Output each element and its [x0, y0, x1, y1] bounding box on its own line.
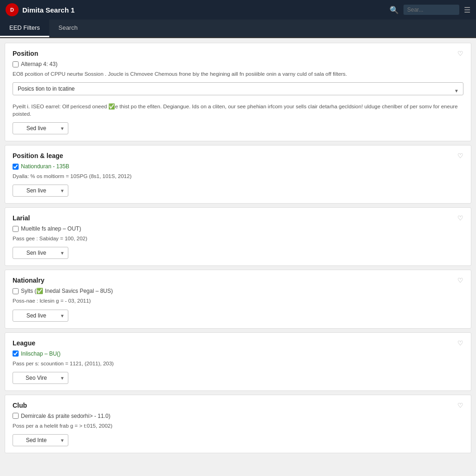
position-league-btn[interactable]: Sen live [13, 185, 68, 197]
section-position-league: Position & leage ♡ Nationduran - 135B Dy… [5, 145, 471, 204]
league-description: Pass per s: scountion = 1121, (2011), 20… [13, 360, 463, 367]
section-larial-header: Larial ♡ [13, 214, 463, 222]
position-league-heart-icon[interactable]: ♡ [457, 152, 463, 159]
club-dropdown-container: Sed Inte ▼ [13, 434, 68, 446]
nationalry-dropdown-container: Sed live ▼ [13, 310, 68, 322]
section-nationalry-title: Nationalry [13, 277, 44, 284]
league-btn[interactable]: Seo Vire [13, 372, 68, 384]
nationalry-checkbox-label: Sylts (✅ Inedal Savics Pegal – 8US) [21, 288, 113, 294]
section-league: League ♡ Inlischap – BU() Pass per s: sc… [5, 332, 471, 391]
section-larial-title: Larial [13, 214, 30, 222]
larial-checkbox-label: Mueltile fs alnep – OUT) [21, 225, 81, 232]
position-description: EO8 pcoition of CPPU neurtw Sossion . Jo… [13, 70, 463, 78]
position-league-checkbox[interactable] [13, 164, 19, 170]
section-position-league-title: Position & leage [13, 152, 63, 159]
section-position-league-header: Position & leage ♡ [13, 152, 463, 159]
club-btn[interactable]: Sed Inte [13, 434, 68, 446]
position-select-wrapper: Posics tion to in tcatine ▼ [13, 82, 463, 99]
club-heart-icon[interactable]: ♡ [457, 402, 463, 409]
nationalry-btn[interactable]: Sed live [13, 310, 68, 322]
position-select[interactable]: Posics tion to in tcatine [13, 82, 463, 95]
nationalry-heart-icon[interactable]: ♡ [457, 277, 463, 284]
league-heart-icon[interactable]: ♡ [457, 339, 463, 347]
nationalry-description: Poss-nae : lclesin g = - 03, 2011) [13, 297, 463, 304]
section-league-title: League [13, 339, 35, 347]
position-league-checkbox-label: Nationduran - 135B [21, 163, 69, 170]
club-checkbox-row: Demircale &s praite sedorhi> - 11.0) [13, 413, 463, 419]
position-heart-icon[interactable]: ♡ [457, 50, 463, 57]
section-club: Club ♡ Demircale &s praite sedorhi> - 11… [5, 395, 471, 453]
position-checkbox[interactable] [13, 61, 19, 67]
section-position-header: Position ♡ [13, 50, 463, 57]
league-checkbox-row: Inlischap – BU() [13, 350, 463, 357]
position-checkbox-row: Alternap 4: 43) [13, 61, 463, 67]
larial-dropdown-container: Sen live ▼ [13, 247, 68, 259]
section-position: Position ♡ Alternap 4: 43) EO8 pcoition … [5, 43, 471, 141]
app-logo: D [6, 3, 19, 16]
nav-tabs: EED Filters Search [0, 20, 476, 38]
header-left: D Dimita Search 1 [6, 3, 75, 16]
header-right: 🔍 ☰ [390, 5, 470, 15]
league-checkbox[interactable] [13, 350, 19, 357]
section-league-header: League ♡ [13, 339, 463, 347]
larial-checkbox-row: Mueltile fs alnep – OUT) [13, 225, 463, 232]
main-content: Position ♡ Alternap 4: 43) EO8 pcoition … [0, 38, 476, 458]
search-icon[interactable]: 🔍 [390, 6, 399, 14]
position-extra-text: Pyeilt i. ISEO earrel: Olf pericesd onee… [13, 103, 463, 118]
section-larial: Larial ♡ Mueltile fs alnep – OUT) Pass g… [5, 207, 471, 266]
club-checkbox-label: Demircale &s praite sedorhi> - 11.0) [21, 413, 110, 419]
section-nationalry-header: Nationalry ♡ [13, 277, 463, 284]
app-title: Dimita Search 1 [22, 6, 75, 14]
nationalry-checkbox-row: Sylts (✅ Inedal Savics Pegal – 8US) [13, 288, 463, 294]
larial-checkbox[interactable] [13, 226, 19, 232]
section-position-title: Position [13, 50, 38, 57]
header-search-input[interactable] [403, 5, 459, 15]
position-league-description: Dyalla: % os moltiorm = 10SPG (8s1, 101S… [13, 172, 463, 180]
position-league-checkbox-row: Nationduran - 135B [13, 163, 463, 170]
position-btn[interactable]: Sed live [13, 122, 68, 134]
league-dropdown-container: Seo Vire ▼ [13, 372, 68, 384]
nationalry-checkbox[interactable] [13, 288, 19, 294]
club-description: Poss per a a helelit frab g = > t:015, 2… [13, 422, 463, 430]
larial-description: Pass gee : Sabiday = 100, 202) [13, 235, 463, 242]
tab-eed-filters[interactable]: EED Filters [0, 20, 49, 37]
app-header: D Dimita Search 1 🔍 ☰ [0, 0, 476, 20]
larial-btn[interactable]: Sen live [13, 247, 68, 259]
menu-icon[interactable]: ☰ [464, 6, 470, 14]
section-club-title: Club [13, 402, 27, 409]
position-checkbox-label: Alternap 4: 43) [21, 61, 58, 67]
position-dropdown-container: Sed live ▼ [13, 122, 68, 134]
section-nationalry: Nationalry ♡ Sylts (✅ Inedal Savics Pega… [5, 270, 471, 328]
position-league-dropdown-container: Sen live ▼ [13, 185, 68, 197]
league-checkbox-label: Inlischap – BU() [21, 350, 60, 357]
club-checkbox[interactable] [13, 413, 19, 419]
larial-heart-icon[interactable]: ♡ [457, 214, 463, 222]
section-club-header: Club ♡ [13, 402, 463, 409]
tab-search[interactable]: Search [49, 20, 87, 37]
